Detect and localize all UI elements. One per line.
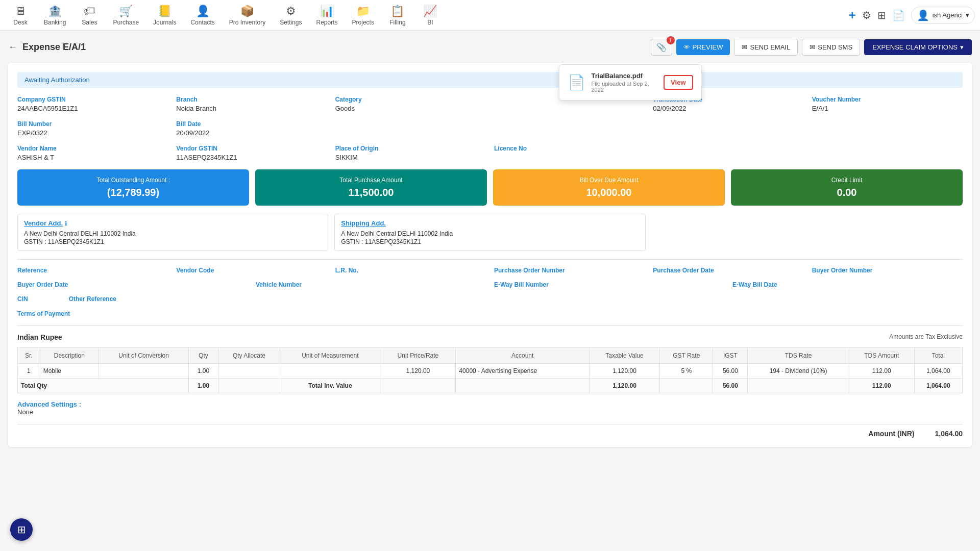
view-file-button[interactable]: View (664, 75, 693, 90)
credit-limit-card: Credit Limit 0.00 (731, 169, 963, 206)
outstanding-label: Total Outstanding Amount : (24, 177, 242, 184)
grid-icon[interactable]: ⊞ (877, 9, 886, 21)
cin-label: CIN (17, 295, 28, 303)
user-badge[interactable]: 👤 ish Agenci ▾ (911, 7, 975, 24)
po-date-field: Purchase Order Date (653, 267, 803, 274)
reference-field: Reference (17, 267, 168, 274)
pdf-icon: 📄 (568, 74, 585, 91)
buyer-order-number-label: Buyer Order Number (812, 267, 963, 274)
branch-field: Branch Noida Branch (176, 96, 327, 112)
cell-total: 1,064.00 (914, 364, 962, 379)
total-qty: 1.00 (189, 379, 218, 393)
buyer-order-number-field: Buyer Order Number (812, 267, 963, 274)
cell-tds-amount: 112.00 (849, 364, 914, 379)
journals-icon: 📒 (158, 5, 172, 18)
line-items-table: Sr. Description Unit of Conversion Qty Q… (17, 347, 963, 393)
nav-items: 🖥 Desk 🏦 Banking 🏷 Sales 🛒 Purchase 📒 Jo… (5, 2, 849, 29)
file-popup: 📄 TrialBalance.pdf File uploaded at Sep … (559, 64, 702, 101)
nav-purchase-label: Purchase (113, 19, 139, 26)
nav-settings[interactable]: ⚙ Settings (274, 2, 308, 29)
info-icon[interactable]: ℹ (65, 220, 67, 227)
total-igst: 56.00 (713, 379, 748, 393)
nav-reports[interactable]: 📊 Reports (310, 2, 344, 29)
status-text: Awaiting Authorization (24, 76, 90, 84)
banking-icon: 🏦 (48, 5, 62, 18)
table-head: Sr. Description Unit of Conversion Qty Q… (18, 348, 963, 364)
spacer6 (653, 145, 803, 161)
outstanding-value: (12,789.99) (24, 187, 242, 198)
purchase-amount-card: Total Purchase Amount 11,500.00 (255, 169, 487, 206)
grid-app-icon[interactable]: ⊞ (10, 518, 33, 541)
bill-date-field: Bill Date 20/09/2022 (176, 120, 327, 137)
buyer-order-date-label: Buyer Order Date (17, 281, 248, 288)
cell-taxable-value: 1,120.00 (589, 364, 659, 379)
cell-qty: 1.00 (189, 364, 218, 379)
page-title: Expense E/A/1 (22, 42, 86, 53)
cin-field: CIN (17, 295, 28, 303)
nav-filling[interactable]: 📋 Filling (382, 2, 413, 29)
eway-bill-date-label: E-Way Bill Date (732, 281, 963, 288)
nav-journals[interactable]: 📒 Journals (147, 2, 182, 29)
pro-inventory-icon: 📦 (240, 5, 254, 18)
bill-number-field: Bill Number EXP/0322 (17, 120, 168, 137)
extra-fields-row1: Reference Vendor Code L.R. No. Purchase … (17, 267, 963, 274)
cell-unit-measurement (280, 364, 380, 379)
nav-pro-inventory[interactable]: 📦 Pro Inventory (223, 2, 272, 29)
category-value: Goods (335, 105, 486, 112)
back-button[interactable]: ← (8, 42, 17, 53)
document-icon[interactable]: 📄 (892, 9, 905, 21)
table-row: 1 Mobile 1.00 1,120.00 40000 - Advertisi… (18, 364, 963, 379)
col-total: Total (914, 348, 962, 364)
nav-bi[interactable]: 📈 BI (415, 2, 446, 29)
nav-banking-label: Banking (44, 19, 66, 26)
nav-purchase[interactable]: 🛒 Purchase (107, 2, 145, 29)
address-row: Vendor Add. ℹ A New Delhi Central DELHI … (17, 214, 963, 251)
preview-icon: 👁 (683, 43, 690, 51)
reports-icon: 📊 (320, 5, 334, 18)
attachment-container: 📎 1 📄 TrialBalance.pdf File uploaded at … (651, 39, 672, 56)
user-name: ish Agenci (933, 11, 963, 19)
transaction-date-value: 02/09/2022 (653, 105, 803, 112)
spacer2 (335, 120, 486, 137)
total-qty-label: Total Qty (18, 379, 189, 393)
total-empty2 (380, 379, 456, 393)
bill-date-value: 20/09/2022 (176, 129, 327, 137)
add-button[interactable]: + (849, 8, 856, 22)
gear-icon[interactable]: ⚙ (862, 9, 871, 21)
nav-contacts[interactable]: 👤 Contacts (184, 2, 220, 29)
send-email-button[interactable]: ✉ SEND EMAIL (734, 39, 798, 56)
purchase-value: 11,500.00 (262, 187, 480, 198)
preview-button[interactable]: 👁 PREVIEW (676, 39, 730, 55)
expense-claim-button[interactable]: EXPENSE CLAIM OPTIONS ▾ (864, 39, 972, 55)
voucher-number-value: E/A/1 (812, 105, 963, 112)
expense-claim-chevron: ▾ (960, 43, 964, 51)
cell-description: Mobile (40, 364, 99, 379)
send-sms-button[interactable]: ✉ SEND SMS (802, 39, 860, 56)
purchase-label: Total Purchase Amount (262, 177, 480, 184)
attachment-button[interactable]: 📎 1 (651, 39, 672, 56)
main-card: Awaiting Authorization Company GSTIN 24A… (8, 63, 972, 447)
shipping-address-link[interactable]: Shipping Add. (341, 219, 386, 227)
nav-projects[interactable]: 📁 Projects (346, 2, 380, 29)
vendor-name-value: ASHISH & T (17, 154, 168, 161)
page-header: ← Expense E/A/1 📎 1 📄 TrialBalance.pdf F… (8, 39, 972, 56)
eway-bill-number-field: E-Way Bill Number (494, 281, 724, 288)
nav-banking[interactable]: 🏦 Banking (38, 2, 72, 29)
form-grid-row3: Vendor Name ASHISH & T Vendor GSTIN 11AS… (17, 145, 963, 161)
voucher-number-field: Voucher Number E/A/1 (812, 96, 963, 112)
nav-sales[interactable]: 🏷 Sales (74, 2, 105, 29)
total-empty3 (456, 379, 590, 393)
outstanding-amount-card: Total Outstanding Amount : (12,789.99) (17, 169, 249, 206)
advanced-settings: Advanced Settings : None (17, 400, 963, 416)
cell-igst: 56.00 (713, 364, 748, 379)
vendor-address-link[interactable]: Vendor Add. (24, 219, 63, 227)
other-reference-label: Other Reference (69, 295, 116, 303)
settings-icon: ⚙ (286, 5, 296, 18)
col-tds-amount: TDS Amount (849, 348, 914, 364)
nav-desk[interactable]: 🖥 Desk (5, 2, 36, 29)
shipping-address-text: A New Delhi Central DELHI 110002 India (341, 229, 639, 238)
terms-of-payment-field: Terms of Payment (17, 310, 963, 317)
nav-reports-label: Reports (316, 19, 338, 26)
table-header-row: Sr. Description Unit of Conversion Qty Q… (18, 348, 963, 364)
col-gst-rate: GST Rate (660, 348, 713, 364)
